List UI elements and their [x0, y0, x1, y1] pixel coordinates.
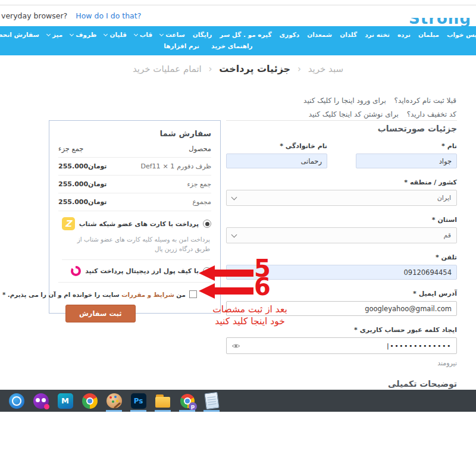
- order-item-row: Def11 × 1 ظرف دفورم 255.000تومان: [58, 158, 211, 176]
- nav-item[interactable]: راهنمای خرید: [211, 42, 253, 49]
- nav-item-label: ساعت: [165, 31, 185, 38]
- aperture-app-icon[interactable]: [8, 393, 24, 409]
- main-nav: سرویس خواب مبلمان نرده تخته نرد گلدان شم…: [0, 26, 476, 55]
- last-name-group: نام خانوادگی * رحمانی: [226, 142, 327, 168]
- first-name-group: نام * جواد: [356, 142, 457, 168]
- palette-glyph: [107, 393, 122, 408]
- chevron-down-icon: [70, 32, 74, 36]
- nav-item[interactable]: سرویس خواب: [447, 31, 476, 38]
- first-name-field[interactable]: جواد: [356, 154, 457, 168]
- site-logo[interactable]: Strong: [400, 18, 471, 26]
- payment-option-shetab[interactable]: پرداخت با کارت های عضو شبکه شتاب Z: [58, 211, 211, 230]
- nav-item[interactable]: گلدان: [340, 31, 357, 38]
- windows-taskbar: M Ps p: [0, 390, 476, 412]
- place-order-button[interactable]: ثبت سفارش: [65, 305, 136, 322]
- nav-item[interactable]: شمعدان: [307, 31, 332, 38]
- nav-item[interactable]: ظروف: [70, 31, 96, 38]
- place-order-wrap: ثبت سفارش: [58, 305, 211, 322]
- login-link[interactable]: برای ورود اینجا را کلیک کنید: [303, 96, 386, 105]
- palette-app-icon[interactable]: [106, 393, 122, 409]
- chevron-down-icon: [134, 32, 138, 36]
- annotation-note-line1: بعد از ثبت مشصات: [196, 303, 303, 315]
- nav-item-label: نرم افزارها: [164, 42, 199, 49]
- payment-shetab-label: پرداخت با کارت های عضو شبکه شتاب: [79, 220, 199, 228]
- annotation-number-6: 6: [254, 275, 271, 299]
- breadcrumb-cart[interactable]: سبد خرید: [308, 64, 343, 74]
- breadcrumb-order-complete: اتمام عملیات خرید: [133, 64, 202, 74]
- payment-option-crypto[interactable]: با کیف پول ارز دیجیتال پرداخت کنید: [58, 260, 211, 283]
- folder-glyph: [155, 394, 171, 408]
- label-text: نام خانوادگی: [286, 142, 327, 150]
- nav-item[interactable]: میز: [47, 31, 62, 38]
- browser-notice-link[interactable]: How do I do that?: [76, 11, 141, 20]
- file-explorer-icon[interactable]: [155, 393, 171, 409]
- order-item-price: 255.000تومان: [58, 162, 107, 170]
- nav-item[interactable]: نرده: [397, 31, 411, 38]
- nav-item-label: قاب: [140, 31, 152, 38]
- payment-crypto-label: با کیف پول ارز دیجیتال پرداخت کنید: [85, 267, 199, 275]
- nav-item-label: گیره مو . گل سر: [220, 31, 271, 38]
- photoshop-glyph: Ps: [131, 393, 146, 409]
- first-name-value: جواد: [439, 157, 452, 165]
- order-heading: سفارش شما: [58, 129, 211, 138]
- nav-item-label: ظروف: [76, 31, 96, 38]
- login-notice: قبلا ثبت نام کرده‌اید؟ برای ورود اینجا ر…: [303, 94, 456, 108]
- password-masked-value: |•••••••••••••: [387, 342, 452, 350]
- profile-badge: p: [189, 402, 197, 411]
- required-asterisk: *: [441, 142, 445, 150]
- annotation-note-line2: خود اینجا کلید کنید: [196, 315, 303, 327]
- nav-item[interactable]: مبلمان: [418, 31, 439, 38]
- terms-link[interactable]: شرایط و مقررات: [121, 291, 174, 298]
- column-product: محصول: [189, 145, 211, 153]
- nav-item-label: میز: [52, 31, 62, 38]
- total-value: 255.000تومان: [58, 198, 107, 206]
- required-asterisk: *: [436, 253, 439, 261]
- nav-item[interactable]: قاب: [134, 31, 152, 38]
- nav-item[interactable]: نرم افزارها: [164, 42, 199, 49]
- password-group: ایجاد کلمه عبور حساب کاربری * |•••••••••…: [226, 326, 457, 367]
- nav-item[interactable]: ساعت: [160, 31, 185, 38]
- chevron-down-icon: [46, 32, 51, 36]
- nav-item-label: دکوری: [280, 31, 300, 38]
- coupon-question: کد تخفیف دارید؟: [407, 110, 456, 118]
- breadcrumb-separator: ‹: [298, 64, 301, 74]
- breadcrumb-checkout-current: جزئیات پرداخت: [219, 63, 290, 74]
- radio-shetab[interactable]: [203, 220, 211, 228]
- nav-item-label: مبلمان: [418, 31, 439, 38]
- nav-item[interactable]: گیره مو . گل سر: [220, 31, 271, 38]
- country-selected-value: ایران: [437, 194, 451, 202]
- chrome-profile-icon[interactable]: p: [179, 393, 195, 409]
- required-asterisk: *: [404, 178, 408, 186]
- eye-icon[interactable]: [231, 343, 240, 349]
- country-select[interactable]: ایران: [226, 190, 457, 206]
- photoshop-icon[interactable]: Ps: [130, 393, 146, 409]
- state-select[interactable]: قم: [226, 227, 457, 243]
- coupon-notice: کد تخفیف دارید؟ برای نوشتن کد اینجا کلیک…: [303, 108, 456, 121]
- nav-item[interactable]: تخته نرد: [365, 31, 390, 38]
- coupon-link[interactable]: برای نوشتن کد اینجا کلیک کنید: [309, 110, 399, 118]
- crypto-wallet-icon: [71, 266, 81, 276]
- required-asterisk: *: [432, 216, 436, 224]
- item-title: ظرف دفورم: [177, 162, 211, 170]
- phone-value: 09120694454: [404, 268, 452, 277]
- goggles-app-icon[interactable]: [33, 393, 49, 409]
- nav-item[interactable]: دکوری: [280, 31, 300, 38]
- annotation-note: بعد از ثبت مشصات خود اینجا کلید کنید: [196, 303, 303, 327]
- terms-row: من شرایط و مقررات سایت را خوانده ام و آن…: [58, 283, 211, 298]
- name-fields-row: نام * جواد نام خانوادگی * رحمانی: [226, 142, 457, 168]
- password-field[interactable]: |•••••••••••••: [226, 337, 457, 354]
- billing-heading: جزئیات صورتحساب: [226, 124, 457, 133]
- chrome-icon[interactable]: [82, 393, 98, 409]
- nav-item[interactable]: رایگان: [193, 31, 212, 38]
- nav-item[interactable]: سفارش انحصاری: [0, 31, 39, 38]
- terms-checkbox[interactable]: [189, 290, 197, 298]
- annotation-arrow-6-shaft: [214, 287, 253, 295]
- nav-item[interactable]: قلیان: [104, 31, 126, 38]
- checkout-page: veryday browser? How do I do that? Stron…: [0, 0, 476, 476]
- last-name-field[interactable]: رحمانی: [226, 154, 327, 168]
- notepad-icon[interactable]: [203, 393, 220, 409]
- maya-icon[interactable]: M: [57, 393, 73, 409]
- browser-notice-text: veryday browser?: [1, 11, 67, 20]
- annotation-arrow-5-shaft: [214, 270, 253, 277]
- required-asterisk: *: [413, 290, 416, 298]
